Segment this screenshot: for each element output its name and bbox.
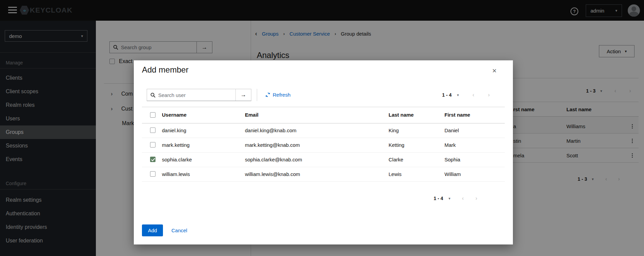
- next-page-icon[interactable]: ›: [475, 195, 477, 202]
- modal-pagination-bottom: 1 - 4 ▾ ‹ ›: [434, 195, 477, 202]
- cell-first-name: William: [444, 167, 461, 181]
- cell-first-name: Sophia: [444, 152, 460, 167]
- cell-last-name: Lewis: [389, 167, 401, 181]
- search-icon: [150, 93, 155, 98]
- row-checkbox-checked[interactable]: [150, 157, 155, 162]
- prev-page-icon[interactable]: ‹: [473, 92, 475, 98]
- refresh-icon: [265, 92, 270, 97]
- refresh-button[interactable]: Refresh: [265, 92, 291, 98]
- chevron-down-icon[interactable]: ▾: [457, 93, 459, 97]
- pagination-range[interactable]: 1 - 4: [442, 92, 452, 98]
- table-row[interactable]: daniel.king daniel.king@knab.com King Da…: [142, 123, 505, 138]
- cell-first-name: Mark: [444, 138, 456, 152]
- search-submit-button[interactable]: →: [235, 89, 251, 101]
- cell-username: william.lewis: [162, 167, 190, 181]
- cell-email: daniel.king@knab.com: [245, 123, 296, 138]
- cell-username: mark.ketting: [162, 138, 190, 152]
- row-checkbox[interactable]: [150, 142, 155, 147]
- add-button[interactable]: Add: [142, 224, 163, 236]
- table-row[interactable]: sophia.clarke sophia.clarke@knab.com Cla…: [142, 152, 505, 167]
- cell-last-name: King: [389, 123, 399, 138]
- pagination-range[interactable]: 1 - 4: [434, 196, 443, 201]
- cell-email: mark.ketting@knab.com: [245, 138, 300, 152]
- table-row[interactable]: william.lewis william.lewis@knab.com Lew…: [142, 167, 505, 182]
- user-search-placeholder: Search user: [158, 92, 186, 98]
- user-search-input[interactable]: Search user →: [147, 89, 251, 101]
- cancel-button[interactable]: Cancel: [171, 224, 187, 236]
- modal-title: Add member: [142, 65, 188, 75]
- add-member-modal: Add member × Search user → Refresh 1 - 4…: [134, 60, 513, 244]
- refresh-label: Refresh: [273, 92, 291, 98]
- header-username: Username: [162, 107, 187, 123]
- header-email: Email: [245, 107, 258, 123]
- close-icon[interactable]: ×: [492, 67, 497, 75]
- row-checkbox[interactable]: [150, 171, 155, 177]
- cell-email: william.lewis@knab.com: [245, 167, 300, 181]
- app-root: ‹› KEYCLOAK ? admin ▾ demo ▾ Manage Clie…: [0, 0, 644, 256]
- user-table-header: Username Email Last name First name: [134, 107, 513, 123]
- header-first-name: First name: [444, 107, 470, 123]
- table-row[interactable]: mark.ketting mark.ketting@knab.com Ketti…: [142, 138, 505, 153]
- cell-last-name: Clarke: [389, 152, 403, 167]
- toolbar-divider: [257, 89, 257, 101]
- next-page-icon[interactable]: ›: [488, 92, 490, 98]
- chevron-down-icon[interactable]: ▾: [449, 196, 451, 201]
- row-checkbox[interactable]: [150, 127, 155, 133]
- header-last-name: Last name: [389, 107, 414, 123]
- cell-last-name: Ketting: [389, 138, 404, 152]
- select-all-checkbox[interactable]: [150, 112, 155, 118]
- prev-page-icon[interactable]: ‹: [462, 195, 464, 202]
- modal-pagination-top: 1 - 4 ▾ ‹ ›: [442, 92, 490, 98]
- cell-first-name: Daniel: [444, 123, 459, 138]
- cell-username: sophia.clarke: [162, 152, 192, 167]
- cell-username: daniel.king: [162, 123, 186, 138]
- cell-email: sophia.clarke@knab.com: [245, 152, 302, 167]
